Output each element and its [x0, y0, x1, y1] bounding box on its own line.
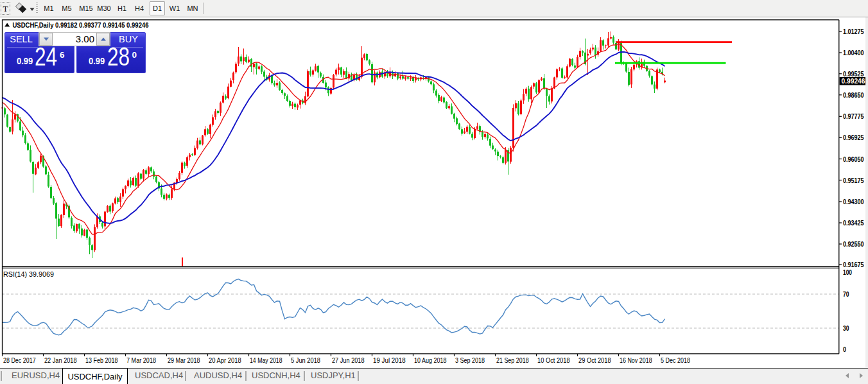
svg-text:20 Apr 2018: 20 Apr 2018 [209, 356, 241, 364]
svg-text:30: 30 [843, 324, 849, 332]
svg-text:0.99525: 0.99525 [843, 70, 864, 78]
svg-text:0.91675: 0.91675 [843, 261, 864, 268]
svg-text:27 Jun 2018: 27 Jun 2018 [332, 356, 365, 364]
svg-text:0.98650: 0.98650 [843, 91, 864, 99]
svg-text:0.94300: 0.94300 [843, 198, 864, 205]
svg-text:0.99246: 0.99246 [842, 77, 865, 85]
svg-text:1.00400: 1.00400 [843, 49, 864, 57]
svg-text:29 Oct 2018: 29 Oct 2018 [578, 356, 611, 364]
svg-text:28 Dec 2017: 28 Dec 2017 [3, 356, 36, 364]
svg-text:0.93425: 0.93425 [843, 219, 864, 227]
svg-text:10 Aug 2018: 10 Aug 2018 [414, 356, 447, 364]
svg-text:7 Mar 2018: 7 Mar 2018 [126, 356, 156, 364]
svg-text:29 Mar 2018: 29 Mar 2018 [168, 356, 200, 364]
svg-text:0.92550: 0.92550 [843, 240, 864, 248]
svg-text:0.97775: 0.97775 [843, 112, 864, 120]
svg-text:10 Oct 2018: 10 Oct 2018 [537, 356, 570, 364]
svg-text:0.96925: 0.96925 [843, 134, 864, 141]
svg-text:0.95175: 0.95175 [843, 177, 864, 184]
svg-text:0.96050: 0.96050 [843, 155, 864, 163]
svg-text:USDCHF,Daily 0.99182 0.99377: USDCHF,Daily 0.99182 0.99377 0.99145 0.9… [13, 21, 149, 29]
svg-text:100: 100 [843, 268, 852, 276]
svg-text:22 Jan 2018: 22 Jan 2018 [44, 356, 77, 364]
svg-text:13 Feb 2018: 13 Feb 2018 [85, 356, 118, 364]
svg-text:5 Jun 2018: 5 Jun 2018 [291, 356, 320, 364]
svg-text:70: 70 [843, 290, 849, 298]
svg-text:16 Nov 2018: 16 Nov 2018 [620, 356, 652, 364]
svg-text:5 Dec 2018: 5 Dec 2018 [661, 356, 690, 364]
svg-text:RSI(14) 39.9069: RSI(14) 39.9069 [3, 270, 54, 278]
svg-text:3 Sep 2018: 3 Sep 2018 [455, 356, 485, 364]
svg-text:19 Jul 2018: 19 Jul 2018 [373, 356, 406, 364]
svg-text:1.01275: 1.01275 [843, 28, 864, 35]
svg-text:21 Sep 2018: 21 Sep 2018 [496, 356, 529, 364]
svg-text:14 May 2018: 14 May 2018 [250, 356, 282, 364]
svg-text:0: 0 [843, 345, 846, 353]
